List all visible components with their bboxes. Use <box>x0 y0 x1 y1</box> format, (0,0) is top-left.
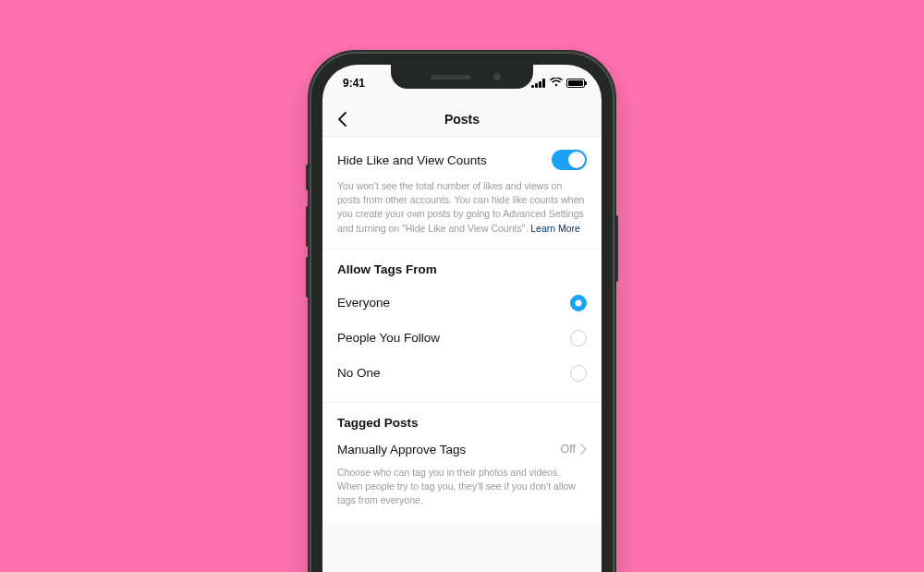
hide-counts-label: Hide Like and View Counts <box>337 153 487 167</box>
front-camera-icon <box>493 73 501 80</box>
battery-icon <box>566 79 585 88</box>
approve-tags-value-group: Off <box>561 443 587 456</box>
tagged-posts-section: Tagged Posts Manually Approve Tags Off C… <box>322 403 602 521</box>
option-label: No One <box>337 366 381 380</box>
page-title: Posts <box>444 112 480 127</box>
cellular-signal-icon <box>531 79 546 88</box>
content: Hide Like and View Counts You won't see … <box>322 137 602 521</box>
mute-switch <box>306 164 310 190</box>
chevron-right-icon <box>579 444 587 455</box>
tagged-posts-title: Tagged Posts <box>337 416 587 430</box>
screen: 9:41 Posts Hide Like <box>322 65 602 572</box>
power-button <box>614 215 618 282</box>
hide-counts-section: Hide Like and View Counts You won't see … <box>322 137 602 249</box>
volume-up-button <box>306 206 310 247</box>
option-label: People You Follow <box>337 331 440 345</box>
allow-tags-section: Allow Tags From Everyone People You Foll… <box>322 249 602 403</box>
speaker-icon <box>431 75 471 79</box>
tagged-posts-help: Choose who can tag you in their photos a… <box>337 466 587 508</box>
radio-unselected-icon <box>570 330 587 347</box>
approve-tags-value: Off <box>561 443 576 456</box>
status-time: 9:41 <box>343 77 365 90</box>
back-button[interactable] <box>332 108 354 130</box>
allow-tags-title: Allow Tags From <box>337 262 587 276</box>
nav-bar: Posts <box>322 102 602 137</box>
notch <box>391 65 533 89</box>
radio-selected-icon <box>570 295 587 311</box>
volume-down-button <box>306 257 310 298</box>
allow-tags-option-people-you-follow[interactable]: People You Follow <box>337 323 587 354</box>
learn-more-link[interactable]: Learn More <box>530 223 580 234</box>
wifi-icon <box>550 77 563 90</box>
approve-tags-label: Manually Approve Tags <box>337 443 466 456</box>
manually-approve-tags-row[interactable]: Manually Approve Tags Off <box>337 441 587 456</box>
hide-counts-toggle[interactable] <box>552 150 587 170</box>
radio-unselected-icon <box>570 365 587 382</box>
hide-counts-help: You won't see the total number of likes … <box>337 179 587 236</box>
phone-frame: 9:41 Posts Hide Like <box>311 54 613 572</box>
chevron-left-icon <box>337 112 348 127</box>
option-label: Everyone <box>337 296 390 310</box>
allow-tags-option-no-one[interactable]: No One <box>337 358 587 389</box>
status-indicators <box>531 77 585 90</box>
toggle-knob-icon <box>568 152 585 168</box>
allow-tags-option-everyone[interactable]: Everyone <box>337 287 587 319</box>
